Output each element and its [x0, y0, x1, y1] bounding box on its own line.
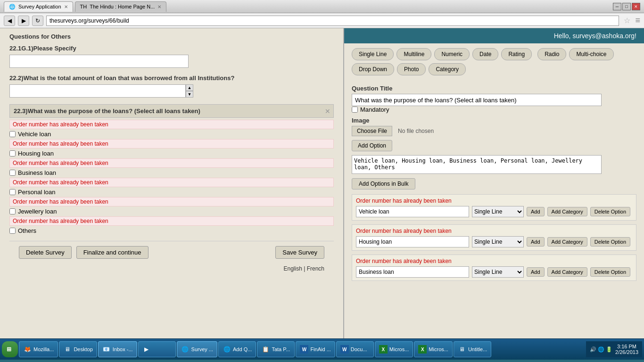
question-title-input[interactable] [352, 94, 602, 106]
option-add-vehicle[interactable]: Add [527, 207, 545, 216]
spin-down[interactable]: ▼ [186, 91, 193, 98]
option-input-vehicle[interactable] [356, 206, 469, 217]
mandatory-row: Mandatory [352, 106, 636, 113]
option-delete-vehicle[interactable]: Delete Option [590, 207, 630, 216]
type-dropdown[interactable]: Drop Down [352, 63, 394, 75]
greeting-text: Hello, surveys@ashoka.org! [554, 32, 636, 40]
start-button[interactable]: ⊞ [2, 341, 18, 357]
question-title-label: Question Title [352, 85, 636, 92]
nav-bar: ◀ ▶ ↻ ☆ ≡ [0, 13, 644, 28]
address-bar[interactable] [46, 16, 619, 26]
taskbar-untitle-label: Untitle... [468, 346, 487, 352]
option-row-vehicle: Order number has already been taken Sing… [352, 194, 636, 221]
taskbar-addq-label: Add Q... [233, 346, 252, 352]
maximize-button[interactable]: □ [622, 3, 631, 10]
q2-input[interactable] [9, 84, 186, 98]
tab-survey-close[interactable]: ✕ [64, 4, 68, 9]
q3-close-icon[interactable]: ✕ [325, 107, 330, 115]
taskbar-mozilla-label: Mozilla... [33, 346, 54, 352]
option-add-business[interactable]: Add [527, 267, 545, 277]
option-row-housing: Order number has already been taken Sing… [352, 224, 636, 251]
order-error-1: Order number has already been taken [9, 120, 334, 129]
options-textarea[interactable]: Vehicle loan, Housing loan, Business loa… [352, 155, 602, 174]
survey-icon: 🌐 [181, 345, 190, 354]
extensions-icon: ≡ [635, 16, 640, 25]
option-type-housing[interactable]: Single Line Multiline Numeric [472, 236, 524, 247]
close-button[interactable]: ✕ [632, 3, 640, 10]
option-housing: Housing loan [9, 150, 334, 157]
taskbar-desktop[interactable]: 🖥 Desktop [59, 341, 97, 357]
taskbar-survey[interactable]: 🌐 Survey ... [177, 341, 217, 357]
taskbar-inbox-label: Inbox -... [113, 346, 133, 352]
type-single-line[interactable]: Single Line [352, 48, 394, 60]
others-checkbox[interactable] [9, 228, 16, 234]
finalize-button[interactable]: Finalize and continue [76, 246, 149, 259]
taskbar-docu[interactable]: W Docu... [336, 341, 374, 357]
type-date[interactable]: Date [472, 48, 498, 60]
option-add-category-housing[interactable]: Add Category [547, 237, 587, 247]
jewellery-checkbox[interactable] [9, 208, 16, 214]
type-numeric[interactable]: Numeric [434, 48, 470, 60]
taskbar-play[interactable]: ▶ [138, 341, 176, 357]
mandatory-label: Mandatory [360, 106, 389, 113]
type-radio[interactable]: Radio [537, 48, 566, 60]
save-survey-button[interactable]: Save Survey [275, 246, 324, 259]
option-type-vehicle[interactable]: Single Line Multiline Numeric [472, 206, 524, 217]
title-bar: 🌐 Survey Application ✕ TH The Hindu : Ho… [0, 0, 644, 13]
option-order-error-3: Order number has already been taken [356, 258, 632, 264]
excel1-icon: X [379, 345, 388, 354]
add-bulk-button[interactable]: Add Options in Bulk [352, 178, 415, 189]
type-multi-choice[interactable]: Multi-choice [569, 48, 613, 60]
option-type-business[interactable]: Single Line Multiline Numeric [472, 266, 524, 278]
taskbar-desktop-label: Desktop [74, 346, 92, 352]
refresh-button[interactable]: ↻ [32, 16, 43, 26]
type-rating[interactable]: Rating [501, 48, 532, 60]
order-error-2: Order number has already been taken [9, 139, 334, 148]
q1-label: 22.1G.1)Please Specify [9, 45, 334, 52]
taskbar-untitle[interactable]: 🖥 Untitle... [454, 341, 491, 357]
back-button[interactable]: ◀ [4, 16, 15, 26]
question-3: 22.3)What was the purpose of the loans? … [9, 104, 334, 234]
taskbar-micros2[interactable]: X Micros... [414, 341, 453, 357]
type-photo[interactable]: Photo [397, 63, 426, 75]
add-option-button[interactable]: Add Option [352, 140, 392, 151]
delete-survey-button[interactable]: Delete Survey [19, 246, 72, 259]
vehicle-checkbox[interactable] [9, 131, 16, 137]
spin-up[interactable]: ▲ [186, 84, 193, 91]
mandatory-checkbox[interactable] [352, 107, 358, 113]
choose-file-button[interactable]: Choose File [352, 126, 392, 136]
option-input-business[interactable] [356, 266, 469, 278]
option-input-housing[interactable] [356, 236, 469, 247]
taskbar-micros2-label: Micros... [429, 346, 448, 352]
bookmark-icon[interactable]: ☆ [624, 16, 630, 25]
option-delete-housing[interactable]: Delete Option [590, 237, 630, 247]
option-jewellery: Jewellery loan [9, 208, 334, 215]
jewellery-label: Jewellery loan [18, 208, 57, 215]
taskbar-mozilla[interactable]: 🦊 Mozilla... [19, 341, 58, 357]
taskbar-addq[interactable]: 🌐 Add Q... [218, 341, 256, 357]
option-add-category-business[interactable]: Add Category [547, 267, 587, 277]
option-add-category-vehicle[interactable]: Add Category [547, 207, 587, 216]
personal-checkbox[interactable] [9, 189, 16, 195]
taskbar-inbox[interactable]: 📧 Inbox -... [98, 341, 137, 357]
housing-checkbox[interactable] [9, 150, 16, 156]
business-checkbox[interactable] [9, 170, 16, 176]
minimize-button[interactable]: ─ [613, 3, 621, 10]
tab-survey[interactable]: 🌐 Survey Application ✕ [4, 1, 73, 12]
taskbar-tata[interactable]: 📋 Tata P... [257, 341, 295, 357]
option-vehicle: Vehicle loan [9, 131, 334, 138]
taskbar-finaid-label: FinAid ... [310, 346, 330, 352]
taskbar-micros1[interactable]: X Micros... [375, 341, 413, 357]
q1-input[interactable] [9, 55, 189, 68]
personal-label: Personal loan [18, 189, 56, 196]
taskbar-finaid[interactable]: W FinAid ... [296, 341, 335, 357]
forward-button[interactable]: ▶ [18, 16, 29, 26]
type-multiline[interactable]: Multiline [396, 48, 431, 60]
option-add-housing[interactable]: Add [527, 237, 545, 247]
type-category[interactable]: Category [429, 63, 466, 75]
tab-hindu-close[interactable]: ✕ [157, 4, 161, 9]
taskbar: ⊞ 🦊 Mozilla... 🖥 Desktop 📧 Inbox -... ▶ … [0, 338, 644, 360]
option-delete-business[interactable]: Delete Option [590, 267, 630, 277]
tab-hindu[interactable]: TH The Hindu : Home Page N... ✕ [75, 1, 167, 12]
tata-icon: 📋 [261, 345, 270, 354]
